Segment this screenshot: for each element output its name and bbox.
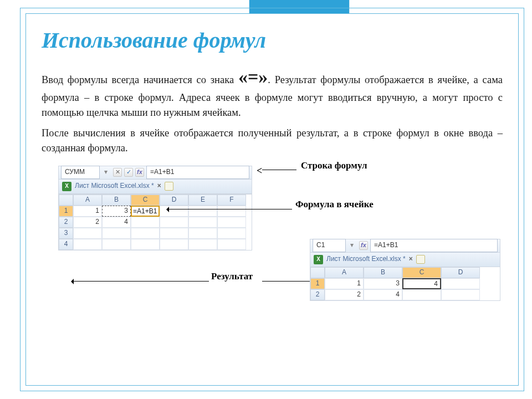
cancel-icon[interactable]: ✕ xyxy=(113,168,122,177)
formula-bar-input-2[interactable]: =A1+B1 xyxy=(370,239,498,252)
cell-f2[interactable] xyxy=(217,217,246,228)
cell-a3[interactable] xyxy=(73,228,102,239)
label-formula-in-cell: Формула в ячейке xyxy=(295,198,374,212)
cell2-a2[interactable]: 2 xyxy=(325,289,364,300)
paragraph-2: После вычисления в ячейке отображается п… xyxy=(42,126,503,156)
col-header-e[interactable]: E xyxy=(188,195,217,206)
cell-e2[interactable] xyxy=(188,217,217,228)
cell-b1[interactable]: 3 xyxy=(102,206,131,217)
arrow-formula-bar-head: < xyxy=(257,163,262,178)
cell-c1-editing[interactable]: =A1+B1 xyxy=(131,206,160,217)
sheet-tab-row-2: X Лист Microsoft Excel.xlsx * × xyxy=(310,253,500,267)
frame-inner: Использование формул Ввод формулы всегда… xyxy=(25,13,519,386)
label-formula-bar: Строка формул xyxy=(301,159,367,173)
col-header-a[interactable]: A xyxy=(73,195,102,206)
dropdown-icon[interactable]: ▾ xyxy=(102,167,110,177)
cell-e3[interactable] xyxy=(188,228,217,239)
fx-icon[interactable]: fx xyxy=(135,168,144,177)
excel-file-icon: X xyxy=(62,182,71,191)
label-result: Результат xyxy=(211,270,253,284)
formula-bar-buttons-2: fx xyxy=(359,241,368,250)
grid-corner-2[interactable] xyxy=(310,267,325,278)
cell-f4[interactable] xyxy=(217,239,246,250)
cell-d2[interactable] xyxy=(160,217,188,228)
sheet-tab-row: X Лист Microsoft Excel.xlsx * × xyxy=(59,180,252,194)
cell-a1[interactable]: 1 xyxy=(73,206,102,217)
cell-c4[interactable] xyxy=(131,239,160,250)
row-header-2[interactable]: 2 xyxy=(59,217,73,228)
paragraph-1: Ввод формулы всегда начинается со знака … xyxy=(42,63,503,120)
cell2-d1[interactable] xyxy=(441,278,480,289)
slide-page: Использование формул Ввод формулы всегда… xyxy=(0,0,532,399)
col-header-b[interactable]: B xyxy=(102,195,131,206)
cell-b4[interactable] xyxy=(102,239,131,250)
excel-file-icon-2: X xyxy=(314,255,323,264)
col2-header-b[interactable]: B xyxy=(364,267,402,278)
confirm-icon[interactable]: ✓ xyxy=(124,168,133,177)
col-header-d[interactable]: D xyxy=(160,195,188,206)
cell-b3[interactable] xyxy=(102,228,131,239)
name-box-2[interactable]: C1 xyxy=(313,239,346,252)
formula-bar-input[interactable]: =A1+B1 xyxy=(146,166,249,178)
cell-b2[interactable]: 4 xyxy=(102,217,131,228)
page-title: Использование формул xyxy=(26,14,518,59)
row-header-3[interactable]: 3 xyxy=(59,228,73,239)
cell-a2[interactable]: 2 xyxy=(73,217,102,228)
cell-d4[interactable] xyxy=(160,239,188,250)
body-text: Ввод формулы всегда начинается со знака … xyxy=(26,59,518,316)
cell2-a1[interactable]: 1 xyxy=(325,278,364,289)
cell2-c1-result[interactable]: 4 xyxy=(402,278,441,289)
row2-header-1[interactable]: 1 xyxy=(310,278,325,289)
excel-result-screenshot: C1 ▾ fx =A1+B1 X Лист Microsoft Excel.xl… xyxy=(310,239,500,301)
row-header-4[interactable]: 4 xyxy=(59,239,73,250)
namebox-row-2: C1 ▾ fx =A1+B1 xyxy=(310,239,500,253)
spreadsheet-grid-1[interactable]: A B C D E F 1 1 3 =A1+B1 2 xyxy=(59,194,252,250)
cell-f1[interactable] xyxy=(217,206,246,217)
cell-a4[interactable] xyxy=(73,239,102,250)
equals-sign: «=» xyxy=(238,66,268,87)
col2-header-d[interactable]: D xyxy=(441,267,480,278)
formula-bar-buttons: ✕ ✓ fx xyxy=(113,168,144,177)
cell-c2[interactable] xyxy=(131,217,160,228)
excel-editing-screenshot: СУММ ▾ ✕ ✓ fx =A1+B1 X Лист Microsoft Ex… xyxy=(58,166,252,250)
cell-d3[interactable] xyxy=(160,228,188,239)
cell-e1[interactable] xyxy=(188,206,217,217)
dropdown-icon-2[interactable]: ▾ xyxy=(348,241,356,250)
tab-close-icon-2[interactable]: × xyxy=(409,254,413,264)
sheet-tab-name-2[interactable]: Лист Microsoft Excel.xlsx * xyxy=(326,254,406,264)
row-header-1[interactable]: 1 xyxy=(59,206,73,217)
cell-c3[interactable] xyxy=(131,228,160,239)
tab-add-icon[interactable] xyxy=(165,182,173,191)
name-box[interactable]: СУММ xyxy=(61,166,100,178)
diagram-area: Строка формул < СУММ ▾ ✕ ✓ fx =A1+B1 xyxy=(42,161,503,316)
cell2-b2[interactable]: 4 xyxy=(364,289,402,300)
row2-header-2[interactable]: 2 xyxy=(310,289,325,300)
spreadsheet-grid-2[interactable]: A B C D 1 1 3 4 2 2 4 xyxy=(310,267,500,300)
arrow-result-left xyxy=(74,281,209,282)
fx-icon-2[interactable]: fx xyxy=(359,241,368,250)
p1a: Ввод формулы всегда начинается со знака xyxy=(42,74,238,85)
col-header-c[interactable]: C xyxy=(131,195,160,206)
cell-e4[interactable] xyxy=(188,239,217,250)
cell2-c2[interactable] xyxy=(402,289,441,300)
cell2-d2[interactable] xyxy=(441,289,480,300)
col-header-f[interactable]: F xyxy=(217,195,246,206)
cell-f3[interactable] xyxy=(217,228,246,239)
col2-header-c[interactable]: C xyxy=(402,267,441,278)
namebox-row-1: СУММ ▾ ✕ ✓ fx =A1+B1 xyxy=(59,166,252,180)
tab-add-icon-2[interactable] xyxy=(416,255,425,264)
grid-corner[interactable] xyxy=(59,195,73,206)
col2-header-a[interactable]: A xyxy=(325,267,364,278)
arrow-formula-in-cell xyxy=(169,209,292,209)
arrow-formula-bar-line xyxy=(262,170,296,170)
cell2-b1[interactable]: 3 xyxy=(364,278,402,289)
tab-close-icon[interactable]: × xyxy=(157,181,161,191)
sheet-tab-name[interactable]: Лист Microsoft Excel.xlsx * xyxy=(75,181,154,191)
